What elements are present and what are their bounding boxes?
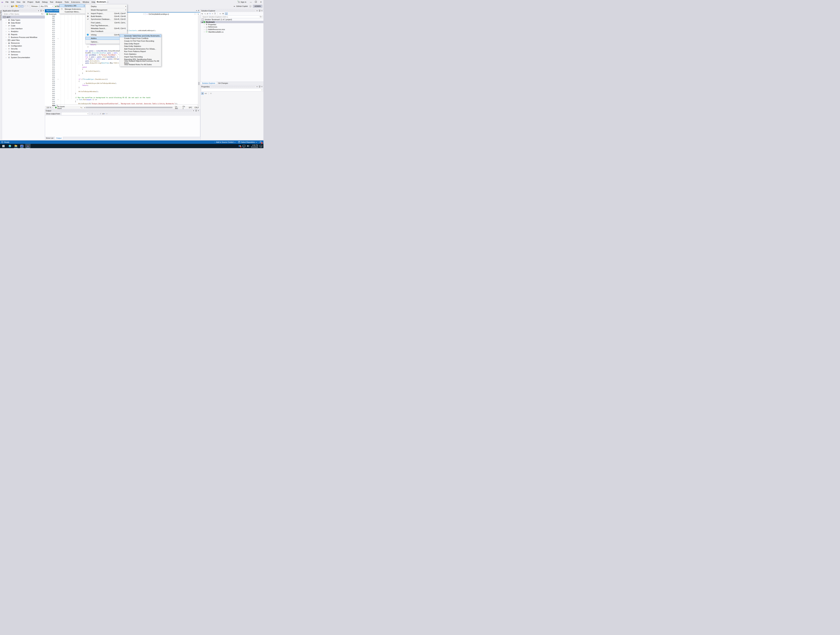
tree-item-resources[interactable]: ▷▨Resources — [2, 42, 45, 44]
output-content[interactable] — [45, 116, 200, 137]
preview-selected-icon[interactable]: ❐ — [214, 13, 216, 14]
platform-dropdown[interactable]: Any CPU▾ — [40, 5, 54, 8]
refresh-icon[interactable]: ↻ — [209, 13, 211, 14]
menu-item-import-task-recording[interactable]: Import Task Recording — [120, 55, 161, 58]
solution-item-properties[interactable]: ▷⚒Properties — [201, 23, 264, 26]
horizontal-scrollbar[interactable] — [86, 107, 171, 108]
solution-item-addinresources-resx[interactable]: ▷❏AddinResources.resx — [201, 28, 264, 31]
menu-item-view-related-objects-and-licenses-for-all-roles[interactable]: View Related Objects And Licenses For Al… — [120, 61, 161, 63]
categorized-icon[interactable]: ⊞ — [201, 92, 204, 95]
tray-app-icon[interactable] — [239, 145, 241, 147]
menu-item-build-models[interactable]: ▦Build Models...Ctrl+R, Ctrl+B — [85, 15, 127, 17]
tree-item-configuration[interactable]: ▷⚙Configuration — [2, 44, 45, 47]
menu-item-form-statistics[interactable]: Form Statistics — [120, 53, 161, 55]
menu-item-find-tag-references[interactable]: Find Tag References... — [85, 24, 127, 27]
close-icon[interactable]: ✕ — [261, 86, 263, 87]
menu-debug[interactable]: Debug — [41, 1, 49, 3]
menu-item-find-labels[interactable]: Find Labels...Ctrl+R, Ctrl+L — [85, 21, 127, 24]
expander-icon[interactable]: ▷ — [6, 19, 7, 21]
taskbar-server-manager[interactable] — [19, 144, 25, 148]
menu-item-give-feedback[interactable]: Give Feedback — [85, 30, 127, 33]
collapse-all-icon[interactable]: « — [212, 13, 213, 14]
add-to-source-control-button[interactable]: ↑ Add to Source Control ▲ — [215, 141, 235, 143]
tree-item-system-documentation[interactable]: ▷☰System Documentation — [2, 56, 45, 59]
column-indicator[interactable]: Ch: 1 — [183, 106, 186, 109]
configuration-dropdown[interactable]: Release▾ — [31, 5, 39, 8]
tab-data-sources[interactable]: Data Sources — [0, 10, 2, 21]
view-code-icon[interactable]: <> — [219, 13, 221, 14]
expander-icon[interactable]: ▷ — [6, 33, 7, 35]
expander-icon[interactable]: ▷ — [6, 45, 7, 47]
tab-output[interactable]: Output — [55, 137, 63, 140]
sign-in-button[interactable]: Sign in — [241, 1, 246, 3]
split-window-icon[interactable]: ⇅ — [197, 13, 200, 15]
tree-item-data-model[interactable]: ▷▦Data Model — [2, 21, 45, 24]
tree-item-user-interface[interactable]: ▷▢User Interface — [2, 27, 45, 30]
start-debug-icon[interactable]: ▶ — [55, 5, 57, 7]
solution-node[interactable]: ∞ Solution 'Bookmark' (1 of 1 project) — [201, 18, 264, 21]
expander-icon[interactable]: ▷ — [6, 57, 7, 58]
tree-item-aot[interactable]: ▪▪ AOT — [2, 16, 45, 19]
redo-icon[interactable]: ↷ — [27, 5, 28, 7]
sync-with-active-document-icon[interactable]: ⇄ — [207, 13, 208, 14]
menu-item-deploy[interactable]: Deploy▸ — [85, 5, 127, 8]
solution-item-references[interactable]: ▷❏References — [201, 26, 264, 28]
fold-collapse-icon[interactable]: ∨ — [58, 78, 58, 80]
menu-item-generate-table-view-and-entity-bookmarks[interactable]: Generate Table/View and Entity Bookmarks — [120, 35, 161, 37]
open-file-icon[interactable] — [16, 5, 17, 7]
object-dropdown[interactable]: ▾ — [201, 88, 263, 92]
expander-icon[interactable]: ▷ — [6, 39, 7, 41]
expander-icon[interactable]: ▷ — [204, 31, 205, 33]
menu-item-synchronize-database[interactable]: ⇄Synchronize Database...Ctrl+R, Ctrl+D — [85, 17, 127, 21]
action-center-icon[interactable] — [260, 145, 262, 147]
tree-item-security[interactable]: ▷⚲Security — [2, 47, 45, 50]
menu-test[interactable]: Test — [49, 1, 54, 3]
insert-mode-indicator[interactable]: SPC — [189, 107, 192, 109]
code-cleanup-icon[interactable]: ✎▾ — [80, 107, 82, 109]
menu-item-run-form-patterns-report[interactable]: Run Form Patterns Report — [120, 50, 161, 53]
expander-icon[interactable]: ▷ — [6, 51, 7, 52]
navigate-forward-icon[interactable]: ⊖ — [7, 5, 8, 7]
tree-item-references[interactable]: ▷❏References — [2, 50, 45, 53]
expander-icon[interactable]: ▷ — [204, 26, 205, 28]
menu-item-add-financial-dimensions-for-odata[interactable]: Add Financial Dimensions For OData... — [120, 47, 161, 50]
menu-item-dynamics-365[interactable]: Dynamics 365▸ — [59, 5, 85, 7]
expander-icon[interactable]: ▷ — [6, 31, 7, 32]
document-options-icon[interactable]: ⚙ — [198, 10, 199, 11]
tree-item-data-types[interactable]: ▷▤Data Types — [2, 19, 45, 21]
scrollbar-thumb[interactable] — [198, 82, 200, 85]
property-pages-icon[interactable]: ⚒ — [210, 93, 212, 95]
menu-item-import-project[interactable]: ⇲Import Project...Ctrl+R, Ctrl+P — [85, 12, 127, 15]
properties-icon[interactable]: ⚒ — [222, 13, 224, 14]
tree-item-label-files[interactable]: ▷abLabel Files — [2, 39, 45, 41]
taskbar-clock[interactable]: 4:06 PM 3/14/2026 — [251, 144, 258, 148]
fold-collapse-icon[interactable]: ∨ — [58, 99, 58, 101]
menu-git[interactable]: Git — [22, 1, 26, 3]
output-source-dropdown[interactable]: ▾ — [61, 112, 89, 115]
window-position-icon[interactable]: ▾ — [256, 10, 258, 12]
clear-all-icon[interactable]: ✗ — [99, 113, 101, 115]
tab-solution-explorer[interactable]: Solution Explorer — [201, 82, 217, 85]
start-button[interactable] — [1, 144, 6, 148]
undo-icon[interactable]: ↶ — [24, 5, 26, 7]
expander-icon[interactable]: ▷ — [6, 42, 7, 44]
alphabetical-sort-icon[interactable]: A↓Z — [205, 93, 207, 94]
restore-button[interactable] — [253, 0, 258, 4]
tree-item-analytics[interactable]: ▷∿Analytics — [2, 30, 45, 33]
menu-item-view-related-roles-for-all-duties[interactable]: View Related Roles For All Duties — [120, 63, 161, 66]
volume-icon[interactable] — [247, 145, 249, 147]
network-icon[interactable] — [243, 145, 245, 147]
new-project-icon[interactable]: ▣✱ — [11, 5, 14, 7]
taskbar-edge[interactable] — [7, 144, 13, 148]
menu-item-create-project-from-conflicts[interactable]: Create Project From Conflicts — [120, 37, 161, 40]
window-position-icon[interactable]: ▾ — [193, 110, 194, 112]
chevron-down-icon[interactable]: ▾ — [196, 10, 197, 11]
expander-icon[interactable]: ▷ — [6, 48, 7, 49]
window-position-icon[interactable]: ▾ — [256, 86, 258, 87]
expander-icon[interactable]: ▷ — [204, 29, 205, 30]
expander-icon[interactable]: ▷ — [6, 22, 7, 24]
close-button[interactable]: ✕ — [258, 0, 264, 4]
line-indicator[interactable]: Ln: 850 — [175, 106, 180, 109]
tree-item-code[interactable]: ▷⇄Code — [2, 24, 45, 27]
minimize-button[interactable]: — — [248, 0, 253, 4]
